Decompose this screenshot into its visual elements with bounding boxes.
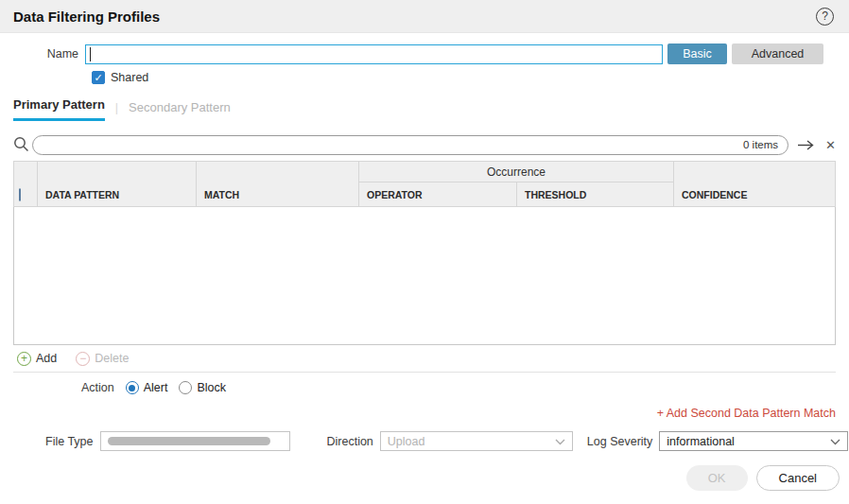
action-radio-block[interactable]: Block (179, 381, 226, 394)
log-severity-dropdown[interactable]: informational (659, 431, 848, 451)
text-caret (90, 47, 91, 61)
log-severity-label: Log Severity (587, 435, 652, 448)
clear-filter-icon[interactable] (825, 138, 836, 152)
column-header-data-pattern: DATA PATTERN (38, 162, 197, 207)
tab-primary-pattern[interactable]: Primary Pattern (13, 97, 105, 121)
column-header-operator: OPERATOR (359, 182, 517, 207)
radio-alert-icon (126, 381, 139, 394)
radio-block-label: Block (197, 381, 226, 394)
radio-alert-label: Alert (144, 381, 168, 394)
data-pattern-table-wrap: DATA PATTERN MATCH Occurrence CONFIDENCE… (13, 161, 836, 345)
tab-secondary-pattern[interactable]: Secondary Pattern (129, 100, 231, 121)
select-all-cell (14, 162, 38, 207)
column-header-confidence: CONFIDENCE (674, 162, 836, 207)
filter-row: 0 items (0, 135, 849, 155)
search-input[interactable] (33, 136, 719, 154)
footer-fields: File Type Direction Upload Log Severity … (0, 431, 849, 451)
delete-label: Delete (95, 352, 129, 365)
add-icon (17, 352, 31, 366)
file-type-label: File Type (45, 435, 94, 448)
chevron-down-icon (555, 435, 565, 448)
column-header-threshold: THRESHOLD (517, 182, 674, 207)
pattern-tabs: Primary Pattern | Secondary Pattern (0, 96, 849, 121)
action-row: Action Alert Block (0, 381, 849, 394)
chevron-down-icon (830, 435, 840, 448)
shared-checkbox[interactable] (92, 71, 105, 84)
page-title: Data Filtering Profiles (13, 9, 160, 25)
items-count: 0 items (743, 139, 778, 150)
add-second-data-pattern-link[interactable]: + Add Second Data Pattern Match (657, 407, 836, 420)
add-label: Add (36, 352, 57, 365)
delete-button[interactable]: Delete (57, 352, 129, 366)
action-radio-alert[interactable]: Alert (126, 381, 168, 394)
direction-value: Upload (388, 435, 555, 448)
radio-block-icon (179, 381, 192, 394)
select-all-checkbox[interactable] (19, 188, 21, 201)
empty-table-body (14, 207, 836, 345)
name-input[interactable] (85, 44, 663, 64)
search-pill: 0 items (32, 135, 788, 155)
column-header-match: MATCH (197, 162, 359, 207)
direction-label: Direction (327, 435, 373, 448)
shared-label: Shared (111, 71, 148, 84)
shared-row: Shared (0, 71, 849, 84)
name-row: Name Basic Advanced (0, 43, 849, 64)
log-severity-value: informational (667, 435, 830, 448)
data-pattern-table: DATA PATTERN MATCH Occurrence CONFIDENCE… (13, 161, 836, 345)
basic-button[interactable]: Basic (667, 43, 727, 64)
dialog-titlebar: Data Filtering Profiles ? (0, 0, 849, 33)
direction-dropdown[interactable]: Upload (380, 431, 573, 451)
name-label: Name (0, 47, 85, 61)
table-toolbar: Add Delete (13, 345, 836, 373)
advanced-button[interactable]: Advanced (732, 43, 823, 64)
search-icon (13, 136, 29, 155)
column-group-occurrence: Occurrence (359, 162, 674, 182)
file-type-redacted-value (108, 437, 270, 445)
footer-buttons: OK Cancel (686, 465, 840, 491)
file-type-dropdown[interactable] (100, 431, 290, 451)
apply-filter-icon[interactable] (797, 139, 816, 151)
delete-icon (76, 352, 90, 366)
name-input-wrap (85, 44, 663, 64)
ok-button[interactable]: OK (686, 465, 748, 491)
link-row: + Add Second Data Pattern Match (0, 407, 836, 420)
action-label: Action (81, 381, 114, 394)
tab-separator: | (115, 101, 118, 121)
cancel-button[interactable]: Cancel (756, 465, 840, 491)
help-icon[interactable]: ? (816, 8, 834, 26)
add-button[interactable]: Add (13, 352, 57, 366)
